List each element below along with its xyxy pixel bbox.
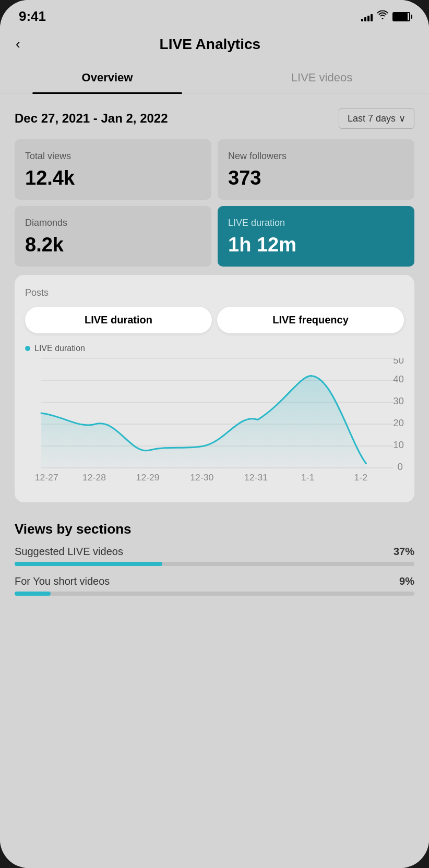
toggle-group: LIVE duration LIVE frequency (25, 307, 404, 333)
tabs-bar: Overview LIVE videos (0, 64, 429, 93)
section-item-foryou: For You short videos 9% (15, 575, 414, 596)
stat-card-total-views: Total views 12.4k (15, 139, 211, 200)
section-name-foryou: For You short videos (15, 575, 110, 587)
stat-value-new-followers: 373 (228, 167, 404, 189)
date-range: Dec 27, 2021 - Jan 2, 2022 (15, 111, 168, 126)
section-pct-foryou: 9% (399, 575, 414, 587)
svg-text:30: 30 (393, 395, 404, 406)
chevron-down-icon: ∨ (399, 113, 406, 124)
stats-grid-row2: Diamonds 8.2k LIVE duration 1h 12m (15, 206, 414, 267)
progress-bg-foryou (15, 592, 414, 596)
svg-text:12-27: 12-27 (35, 472, 58, 483)
section-pct-suggested: 37% (394, 546, 414, 558)
legend-label: LIVE duration (34, 344, 85, 353)
back-button[interactable]: ‹ (16, 34, 26, 54)
views-by-sections: Views by sections Suggested LIVE videos … (15, 511, 414, 596)
stats-grid: Total views 12.4k New followers 373 (15, 139, 414, 200)
legend-dot (25, 346, 30, 351)
stat-card-diamonds: Diamonds 8.2k (15, 206, 211, 267)
svg-text:10: 10 (393, 439, 404, 450)
stat-card-new-followers: New followers 373 (218, 139, 414, 200)
svg-text:40: 40 (393, 373, 404, 384)
posts-card: Posts LIVE duration LIVE frequency LIVE … (15, 275, 414, 502)
battery-icon (392, 12, 410, 21)
period-selector[interactable]: Last 7 days ∨ (339, 108, 414, 129)
phone-frame: 9:41 ‹ LIVE Analytics (0, 0, 429, 868)
svg-text:1-2: 1-2 (354, 472, 367, 483)
status-bar: 9:41 (0, 0, 429, 29)
progress-bg-suggested (15, 562, 414, 566)
svg-text:12-30: 12-30 (190, 472, 213, 483)
live-duration-toggle[interactable]: LIVE duration (25, 307, 212, 333)
stat-label-live-duration: LIVE duration (228, 218, 404, 228)
signal-icon (361, 12, 373, 21)
section-name-suggested: Suggested LIVE videos (15, 546, 123, 558)
stat-label-diamonds: Diamonds (25, 218, 201, 228)
svg-text:20: 20 (393, 417, 404, 428)
status-time: 9:41 (19, 8, 46, 25)
chart-container: 0 10 20 30 40 50 (25, 358, 404, 494)
page-title: LIVE Analytics (26, 36, 395, 53)
svg-text:12-29: 12-29 (136, 472, 160, 483)
stat-value-live-duration: 1h 12m (228, 234, 404, 256)
svg-text:0: 0 (398, 461, 403, 472)
svg-text:12-31: 12-31 (244, 472, 268, 483)
progress-fill-suggested (15, 562, 162, 566)
chart-legend: LIVE duration (25, 344, 404, 353)
tab-live-videos[interactable]: LIVE videos (214, 64, 429, 93)
stat-card-live-duration: LIVE duration 1h 12m (218, 206, 414, 267)
live-frequency-toggle[interactable]: LIVE frequency (217, 307, 404, 333)
wifi-icon (377, 10, 388, 22)
sections-title: Views by sections (15, 511, 414, 546)
posts-label: Posts (25, 287, 404, 298)
status-icons (361, 10, 410, 22)
svg-text:1-1: 1-1 (301, 472, 314, 483)
progress-fill-foryou (15, 592, 51, 596)
svg-text:50: 50 (393, 358, 404, 366)
svg-text:12-28: 12-28 (82, 472, 106, 483)
stat-value-diamonds: 8.2k (25, 234, 201, 256)
date-row: Dec 27, 2021 - Jan 2, 2022 Last 7 days ∨ (15, 93, 414, 139)
tab-overview[interactable]: Overview (0, 64, 214, 93)
live-duration-chart: 0 10 20 30 40 50 (25, 358, 404, 494)
header: ‹ LIVE Analytics (0, 29, 429, 64)
main-content: Dec 27, 2021 - Jan 2, 2022 Last 7 days ∨… (0, 93, 429, 868)
section-item-suggested: Suggested LIVE videos 37% (15, 546, 414, 566)
stat-label-new-followers: New followers (228, 151, 404, 162)
stat-label-total-views: Total views (25, 151, 201, 162)
stat-value-total-views: 12.4k (25, 167, 201, 189)
